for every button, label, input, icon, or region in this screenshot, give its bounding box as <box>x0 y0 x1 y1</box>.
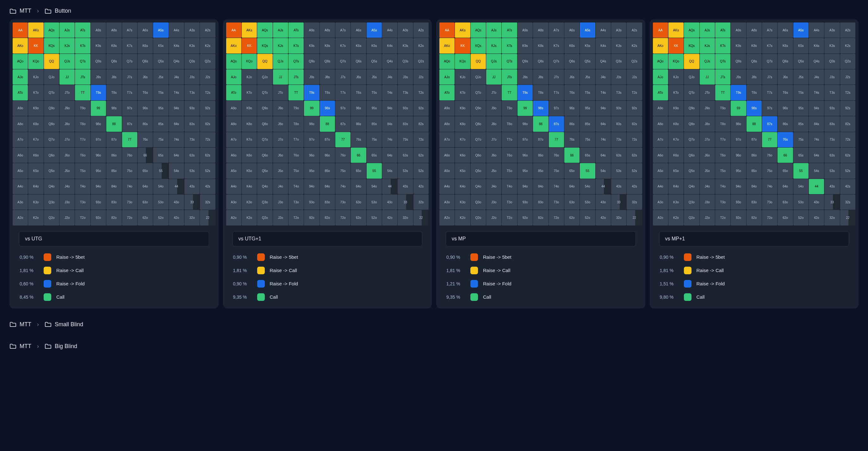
hand-cell[interactable]: 75o <box>762 163 777 178</box>
hand-cell[interactable]: 95s <box>580 101 595 116</box>
hand-cell[interactable]: Q6s <box>351 54 366 69</box>
hand-cell[interactable]: A5o <box>226 163 241 178</box>
hand-cell[interactable]: A9o <box>226 101 241 116</box>
hand-cell[interactable]: 32o <box>824 210 840 225</box>
hand-cell[interactable]: 32o <box>398 210 413 225</box>
hand-cell[interactable]: 88 <box>106 116 121 132</box>
hand-cell[interactable]: K7o <box>455 132 470 147</box>
hand-cell[interactable]: 55 <box>793 163 809 178</box>
hand-cell[interactable]: T7o <box>75 132 90 147</box>
hand-cell[interactable]: K8o <box>669 116 684 132</box>
hand-cell[interactable]: A2s <box>627 23 642 38</box>
hand-cell[interactable]: Q7s <box>549 54 564 69</box>
hand-cell[interactable]: Q2o <box>257 210 272 225</box>
hand-cell[interactable]: KQs <box>471 38 486 53</box>
hand-cell[interactable]: Q5s <box>580 54 595 69</box>
hand-cell[interactable]: 54o <box>580 179 595 194</box>
hand-cell[interactable]: K6s <box>137 38 153 53</box>
hand-cell[interactable]: T2s <box>200 85 215 100</box>
hand-cell[interactable]: 88 <box>320 116 335 132</box>
hand-cell[interactable]: KQs <box>257 38 272 53</box>
hand-cell[interactable]: 95o <box>518 163 533 178</box>
hand-cell[interactable]: 77 <box>762 132 777 147</box>
hand-cell[interactable]: 95s <box>793 101 809 116</box>
hand-cell[interactable]: 99 <box>731 101 746 116</box>
hand-cell[interactable]: 76o <box>549 148 564 163</box>
hand-cell[interactable]: 72s <box>627 132 642 147</box>
hand-cell[interactable]: T9o <box>715 101 731 116</box>
hand-cell[interactable]: K2s <box>840 38 855 53</box>
hand-cell[interactable]: 98s <box>320 101 335 116</box>
hand-cell[interactable]: A4s <box>382 23 397 38</box>
hand-cell[interactable]: Q2o <box>471 210 486 225</box>
hand-cell[interactable]: T5o <box>502 163 517 178</box>
hand-cell[interactable]: J5o <box>273 163 288 178</box>
hand-cell[interactable]: T9o <box>75 101 90 116</box>
hand-cell[interactable]: K2s <box>627 38 642 53</box>
hand-cell[interactable]: 96o <box>304 148 319 163</box>
hand-cell[interactable]: Q8s <box>533 54 548 69</box>
hand-cell[interactable]: 83s <box>611 116 626 132</box>
hand-cell[interactable]: 42o <box>169 210 184 225</box>
hand-cell[interactable]: J2o <box>486 210 501 225</box>
hand-cell[interactable]: Q2s <box>413 54 429 69</box>
hand-cell[interactable]: JTs <box>502 69 517 85</box>
hand-cell[interactable]: 53s <box>398 163 413 178</box>
hand-cell[interactable]: 62o <box>351 210 366 225</box>
hand-cell[interactable]: 83s <box>398 116 413 132</box>
hand-cell[interactable]: 52s <box>840 163 855 178</box>
hand-cell[interactable]: 87s <box>335 116 350 132</box>
hand-cell[interactable]: AQo <box>653 54 668 69</box>
hand-cell[interactable]: KK <box>28 38 43 53</box>
hand-cell[interactable]: Q3o <box>471 194 486 210</box>
hand-cell[interactable]: 75s <box>793 132 809 147</box>
hand-cell[interactable]: 96o <box>518 148 533 163</box>
hand-cell[interactable]: Q4o <box>44 179 59 194</box>
hand-cell[interactable]: K6o <box>28 148 43 163</box>
hand-cell[interactable]: A6o <box>439 148 455 163</box>
hand-cell[interactable]: J4s <box>382 69 397 85</box>
hand-cell[interactable]: 22 <box>627 210 642 225</box>
hand-cell[interactable]: 22 <box>200 210 215 225</box>
hand-cell[interactable]: A2o <box>13 210 28 225</box>
hand-cell[interactable]: T3o <box>502 194 517 210</box>
hand-cell[interactable]: 65s <box>367 148 382 163</box>
hand-cell[interactable]: AQs <box>684 23 699 38</box>
hand-cell[interactable]: KJs <box>486 38 501 53</box>
hand-cell[interactable]: AKs <box>28 23 43 38</box>
hand-cell[interactable]: 84o <box>320 179 335 194</box>
hand-cell[interactable]: 32s <box>627 194 642 210</box>
hand-cell[interactable]: A5o <box>13 163 28 178</box>
hand-cell[interactable]: 85s <box>367 116 382 132</box>
hand-cell[interactable]: 94o <box>518 179 533 194</box>
hand-cell[interactable]: K4s <box>169 38 184 53</box>
hand-cell[interactable]: 75s <box>580 132 595 147</box>
hand-cell[interactable]: JTo <box>273 85 288 100</box>
hand-cell[interactable]: 32s <box>840 194 855 210</box>
hand-cell[interactable]: QJo <box>684 69 699 85</box>
hand-cell[interactable]: A8o <box>13 116 28 132</box>
hand-cell[interactable]: ATo <box>13 85 28 100</box>
hand-cell[interactable]: J8s <box>747 69 762 85</box>
hand-cell[interactable]: T7s <box>762 85 777 100</box>
hand-cell[interactable]: J6o <box>700 148 715 163</box>
hand-cell[interactable]: A5o <box>653 163 668 178</box>
hand-cell[interactable]: A6s <box>137 23 153 38</box>
hand-cell[interactable]: ATo <box>653 85 668 100</box>
hand-cell[interactable]: 55 <box>153 163 168 178</box>
hand-cell[interactable]: 65o <box>137 163 153 178</box>
hand-cell[interactable]: 52o <box>367 210 382 225</box>
hand-cell[interactable]: K5s <box>793 38 809 53</box>
hand-cell[interactable]: J9o <box>700 101 715 116</box>
hand-cell[interactable]: A5s <box>793 23 809 38</box>
hand-cell[interactable]: K6o <box>455 148 470 163</box>
hand-cell[interactable]: Q6o <box>684 148 699 163</box>
hand-cell[interactable]: J5s <box>793 69 809 85</box>
hand-cell[interactable]: T7o <box>715 132 731 147</box>
hand-cell[interactable]: 86s <box>137 116 153 132</box>
hand-cell[interactable]: 32o <box>611 210 626 225</box>
hand-cell[interactable]: J2s <box>627 69 642 85</box>
hand-cell[interactable]: 73o <box>122 194 137 210</box>
hand-cell[interactable]: T9s <box>731 85 746 100</box>
hand-cell[interactable]: KJo <box>28 69 43 85</box>
